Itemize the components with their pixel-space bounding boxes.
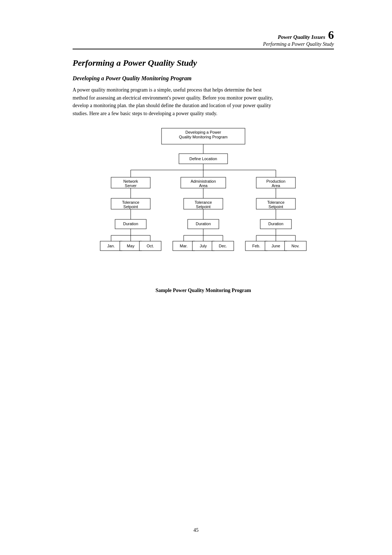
svg-text:Developing a Power: Developing a Power bbox=[185, 130, 221, 134]
section-title: Performing a Power Quality Study bbox=[73, 58, 334, 68]
page-header: Power Quality Issues 6 Performing a Powe… bbox=[73, 29, 334, 49]
header-top-line: Power Quality Issues 6 bbox=[278, 29, 334, 41]
svg-text:Nov.: Nov. bbox=[291, 244, 299, 248]
svg-text:Mar.: Mar. bbox=[180, 244, 187, 248]
diagram-container: Developing a Power Quality Monitoring Pr… bbox=[73, 126, 334, 293]
svg-text:Tolerance: Tolerance bbox=[195, 200, 212, 204]
svg-text:Setpoint: Setpoint bbox=[269, 204, 283, 209]
svg-text:Duration: Duration bbox=[196, 222, 211, 226]
svg-text:Dec.: Dec. bbox=[219, 244, 227, 248]
svg-text:Production: Production bbox=[266, 179, 286, 183]
body-text: A power quality monitoring program is a … bbox=[73, 86, 276, 118]
chapter-number: 6 bbox=[328, 29, 334, 41]
svg-text:Area: Area bbox=[199, 183, 208, 188]
tree-diagram: Developing a Power Quality Monitoring Pr… bbox=[83, 126, 323, 283]
svg-text:July: July bbox=[200, 244, 207, 248]
diagram-caption: Sample Power Quality Monitoring Program bbox=[155, 288, 251, 293]
chapter-title: Power Quality Issues bbox=[278, 34, 325, 40]
svg-text:Define Location: Define Location bbox=[189, 157, 217, 161]
svg-text:Duration: Duration bbox=[268, 222, 283, 226]
subsection-title: Developing a Power Quality Monitoring Pr… bbox=[73, 75, 334, 82]
svg-text:Duration: Duration bbox=[123, 222, 138, 226]
header-subtitle: Performing a Power Quality Study bbox=[263, 41, 334, 47]
page: Power Quality Issues 6 Performing a Powe… bbox=[0, 0, 392, 555]
svg-text:Feb.: Feb. bbox=[252, 244, 260, 248]
svg-text:Jan.: Jan. bbox=[107, 244, 115, 248]
svg-text:Network: Network bbox=[123, 179, 138, 183]
svg-text:Tolerance: Tolerance bbox=[122, 200, 139, 204]
svg-text:Setpoint: Setpoint bbox=[123, 204, 138, 209]
svg-text:June: June bbox=[271, 244, 280, 248]
svg-text:Tolerance: Tolerance bbox=[267, 200, 285, 204]
svg-text:Oct.: Oct. bbox=[147, 244, 154, 248]
svg-text:May: May bbox=[127, 244, 135, 248]
svg-text:Setpoint: Setpoint bbox=[196, 204, 211, 209]
svg-text:Quality Monitoring Program: Quality Monitoring Program bbox=[179, 135, 228, 139]
svg-text:Administration: Administration bbox=[191, 179, 216, 183]
svg-text:Area: Area bbox=[271, 183, 280, 188]
page-number: 45 bbox=[193, 527, 199, 533]
svg-text:Server: Server bbox=[125, 183, 137, 188]
